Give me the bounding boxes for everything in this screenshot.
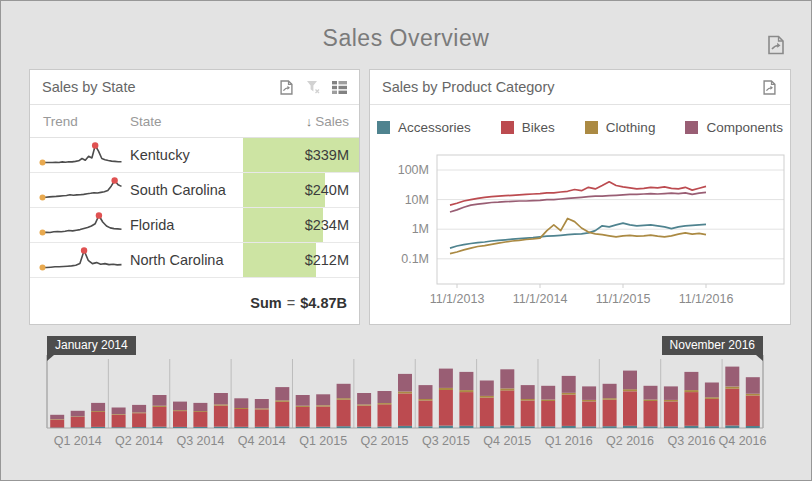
bar-segment-components[interactable] — [684, 372, 698, 390]
bar-segment-clothing[interactable] — [419, 399, 433, 401]
range-end-flag[interactable]: November 2016 — [662, 336, 763, 355]
bar-segment-clothing[interactable] — [644, 400, 658, 402]
bar-segment-accessories[interactable] — [480, 426, 494, 428]
bar-segment-bikes[interactable] — [50, 420, 64, 428]
bar-segment-accessories[interactable] — [316, 427, 330, 428]
bar-segment-accessories[interactable] — [275, 426, 289, 428]
bar-segment-components[interactable] — [275, 387, 289, 400]
bar-segment-clothing[interactable] — [50, 419, 64, 420]
bar-segment-clothing[interactable] — [521, 399, 535, 401]
bar-segment-clothing[interactable] — [378, 403, 392, 404]
bar-segment-components[interactable] — [50, 415, 64, 419]
bar-segment-accessories[interactable] — [337, 426, 351, 428]
bar-segment-components[interactable] — [214, 393, 228, 404]
bar-segment-accessories[interactable] — [684, 426, 698, 428]
bar-segment-accessories[interactable] — [173, 427, 187, 428]
bar-segment-clothing[interactable] — [603, 398, 617, 400]
clear-filter-icon[interactable] — [306, 80, 321, 94]
bar-segment-bikes[interactable] — [541, 401, 555, 426]
bar-segment-clothing[interactable] — [193, 411, 207, 412]
bar-segment-accessories[interactable] — [234, 427, 248, 428]
bar-segment-bikes[interactable] — [521, 401, 535, 427]
bar-segment-accessories[interactable] — [725, 426, 739, 429]
bar-segment-clothing[interactable] — [684, 390, 698, 392]
column-header-sales[interactable]: ↓Sales — [243, 114, 359, 129]
bar-segment-clothing[interactable] — [582, 400, 596, 402]
bar-segment-components[interactable] — [603, 384, 617, 398]
bar-segment-clothing[interactable] — [623, 389, 637, 391]
bar-segment-clothing[interactable] — [562, 393, 576, 395]
bar-segment-accessories[interactable] — [112, 427, 126, 428]
bar-segment-accessories[interactable] — [50, 428, 64, 429]
bar-segment-components[interactable] — [705, 383, 719, 398]
bar-segment-clothing[interactable] — [500, 388, 514, 390]
bar-segment-clothing[interactable] — [357, 404, 371, 405]
bar-segment-bikes[interactable] — [725, 389, 739, 426]
bar-segment-accessories[interactable] — [644, 426, 658, 428]
bar-segment-components[interactable] — [644, 386, 658, 400]
bar-segment-clothing[interactable] — [275, 400, 289, 401]
bar-segment-clothing[interactable] — [91, 411, 105, 412]
bar-segment-components[interactable] — [725, 367, 739, 387]
bar-segment-bikes[interactable] — [664, 401, 678, 426]
range-selector[interactable]: January 2014 November 2016 Q1 2014Q2 201… — [29, 333, 785, 465]
bar-segment-bikes[interactable] — [173, 411, 187, 427]
bar-segment-accessories[interactable] — [419, 426, 433, 428]
bar-segment-bikes[interactable] — [214, 406, 228, 427]
bar-segment-clothing[interactable] — [664, 400, 678, 402]
bar-segment-accessories[interactable] — [132, 427, 146, 428]
export-icon[interactable] — [761, 79, 778, 96]
bar-segment-clothing[interactable] — [214, 404, 228, 405]
bar-segment-clothing[interactable] — [725, 387, 739, 389]
bar-segment-clothing[interactable] — [459, 390, 473, 392]
bar-segment-clothing[interactable] — [705, 397, 719, 399]
bar-segment-components[interactable] — [623, 371, 637, 390]
bar-segment-accessories[interactable] — [623, 426, 637, 428]
bar-segment-bikes[interactable] — [275, 402, 289, 427]
bar-segment-clothing[interactable] — [153, 406, 167, 407]
bar-segment-clothing[interactable] — [746, 394, 760, 396]
bar-segment-clothing[interactable] — [480, 396, 494, 398]
bar-segment-bikes[interactable] — [582, 401, 596, 426]
bar-segment-bikes[interactable] — [316, 407, 330, 427]
bar-segment-clothing[interactable] — [398, 392, 412, 394]
bar-segment-bikes[interactable] — [562, 395, 576, 426]
range-start-flag[interactable]: January 2014 — [47, 336, 136, 355]
bar-segment-bikes[interactable] — [91, 412, 105, 427]
bar-segment-bikes[interactable] — [705, 399, 719, 426]
bar-segment-bikes[interactable] — [357, 406, 371, 427]
bar-segment-components[interactable] — [132, 405, 146, 413]
export-icon[interactable] — [765, 34, 787, 56]
bar-segment-components[interactable] — [153, 395, 167, 406]
bar-segment-components[interactable] — [296, 395, 310, 406]
bar-segment-bikes[interactable] — [439, 390, 453, 426]
table-row[interactable]: Kentucky $339M — [30, 138, 359, 173]
bar-segment-components[interactable] — [562, 376, 576, 393]
bar-segment-bikes[interactable] — [112, 415, 126, 427]
bar-segment-components[interactable] — [419, 385, 433, 399]
bar-segment-bikes[interactable] — [419, 401, 433, 427]
bar-segment-bikes[interactable] — [296, 407, 310, 427]
bar-segment-accessories[interactable] — [296, 427, 310, 428]
bar-segment-accessories[interactable] — [664, 426, 678, 428]
bar-segment-clothing[interactable] — [132, 412, 146, 413]
bar-segment-accessories[interactable] — [521, 426, 535, 428]
bar-segment-accessories[interactable] — [398, 426, 412, 428]
bar-segment-components[interactable] — [480, 381, 494, 396]
bar-segment-components[interactable] — [255, 399, 269, 408]
bar-segment-bikes[interactable] — [644, 401, 658, 426]
bar-segment-components[interactable] — [337, 384, 351, 398]
bar-segment-bikes[interactable] — [234, 409, 248, 427]
bar-segment-clothing[interactable] — [296, 406, 310, 407]
bar-segment-components[interactable] — [541, 386, 555, 400]
bar-segment-bikes[interactable] — [480, 398, 494, 427]
bar-segment-bikes[interactable] — [398, 393, 412, 426]
table-row[interactable]: Florida $234M — [30, 208, 359, 243]
bar-segment-bikes[interactable] — [378, 404, 392, 426]
bar-segment-components[interactable] — [112, 408, 126, 415]
bar-segment-bikes[interactable] — [153, 407, 167, 427]
bar-segment-components[interactable] — [500, 369, 514, 388]
bar-segment-bikes[interactable] — [459, 392, 473, 426]
bar-segment-accessories[interactable] — [541, 426, 555, 428]
bar-segment-components[interactable] — [234, 398, 248, 408]
